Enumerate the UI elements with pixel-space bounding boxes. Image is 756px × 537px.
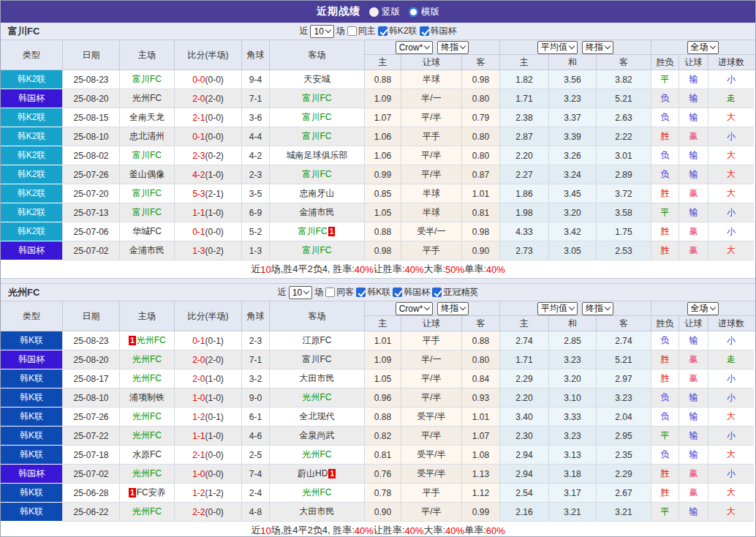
corner-score: 3-5 bbox=[242, 184, 270, 203]
sub-header-handicap: 让球 bbox=[401, 55, 462, 70]
result-handicap: 赢 bbox=[679, 241, 708, 260]
result-handicap: 输 bbox=[679, 89, 708, 108]
checkbox-unchecked-icon[interactable] bbox=[347, 26, 357, 36]
final-odds-select-2[interactable]: 终指 bbox=[582, 302, 613, 315]
match-date: 25-06-22 bbox=[63, 503, 120, 522]
table-row: 韩K联 25-08-10 浦项制铁 1-0(1-0) 9-0 光州FC 0.96… bbox=[1, 388, 755, 408]
match-count-select[interactable]: 10 bbox=[289, 286, 312, 299]
checkbox-checked-icon[interactable] bbox=[378, 26, 388, 36]
avg-away: 3.21 bbox=[597, 503, 651, 522]
avg-draw: 3.23 bbox=[549, 427, 597, 446]
home-team: 水原FC bbox=[120, 446, 175, 465]
avg-away: 5.21 bbox=[597, 89, 651, 108]
same-venue-checkbox[interactable]: 同主 bbox=[347, 25, 376, 37]
away-team: 光州FC bbox=[270, 388, 365, 408]
result-goals: 小 bbox=[708, 465, 754, 484]
final-odds-select[interactable]: 终指 bbox=[437, 302, 469, 315]
odds-handicap: 半/一 bbox=[401, 350, 462, 369]
table-row: 韩K联 25-08-23 1光州FC 0-1(0-1) 2-3 江原FC 1.0… bbox=[1, 331, 755, 350]
match-date: 25-08-02 bbox=[63, 146, 120, 165]
sub-header-away: 客 bbox=[462, 316, 500, 331]
checkbox-checked-icon[interactable] bbox=[393, 288, 402, 297]
match-date: 25-07-20 bbox=[63, 184, 120, 203]
avg-draw: 3.26 bbox=[549, 146, 597, 165]
corner-score: 7-1 bbox=[242, 89, 270, 108]
result-goals: 大 bbox=[708, 184, 754, 203]
checkbox-checked-icon[interactable] bbox=[420, 26, 429, 36]
final-odds-select[interactable]: 终指 bbox=[437, 41, 469, 54]
avg-draw: 3.45 bbox=[549, 184, 597, 203]
same-venue-checkbox[interactable]: 同客 bbox=[325, 286, 354, 298]
result-handicap: 赢 bbox=[679, 127, 708, 146]
result-handicap: 赢 bbox=[679, 484, 708, 503]
avg-away: 1.75 bbox=[597, 222, 651, 241]
sub-header-home: 主 bbox=[365, 316, 401, 331]
odds-away: 1.12 bbox=[462, 484, 500, 503]
checkbox-checked-icon[interactable] bbox=[356, 288, 366, 297]
result-goals: 大 bbox=[708, 446, 754, 465]
corner-score: 2-3 bbox=[242, 165, 270, 184]
odds-away: 0.79 bbox=[462, 108, 500, 127]
corner-score: 2-4 bbox=[242, 484, 270, 503]
odds-handicap: 受平/半 bbox=[401, 408, 462, 427]
col-header-score: 比分(半场) bbox=[175, 40, 242, 70]
table-row: 韩K2联 25-07-13 富川FC 1-1(1-0) 6-9 金浦市民 1.0… bbox=[1, 203, 755, 222]
result-goals: 大 bbox=[708, 503, 754, 522]
layout-radio-horizontal[interactable]: 横版 bbox=[409, 6, 439, 18]
league-checkbox[interactable]: 韩K2联 bbox=[378, 25, 417, 37]
result-goals: 走 bbox=[708, 89, 754, 108]
avg-home: 2.30 bbox=[500, 427, 549, 446]
corner-score: 7-4 bbox=[242, 465, 270, 484]
league-checkbox[interactable]: 韩国杯 bbox=[393, 286, 430, 298]
sub-header-draw: 和 bbox=[549, 316, 597, 331]
result-goals: 小 bbox=[708, 127, 754, 146]
filter-bar: 近 10 场 同客 韩K联 韩国杯 亚冠精英 bbox=[1, 286, 755, 299]
checkbox-unchecked-icon[interactable] bbox=[325, 288, 335, 297]
fulltime-select[interactable]: 全场 bbox=[687, 41, 719, 54]
layout-radio-vertical[interactable]: 竖版 bbox=[369, 6, 400, 18]
match-type: 韩K联 bbox=[1, 408, 63, 427]
avg-draw: 3.39 bbox=[549, 127, 597, 146]
radio-unchecked-icon[interactable] bbox=[369, 7, 379, 17]
avg-home: 1.71 bbox=[500, 350, 549, 369]
league-checkbox[interactable]: 韩国杯 bbox=[420, 25, 457, 37]
table-row: 韩K2联 25-08-10 忠北清州 0-1(0-0) 4-4 富川FC 1.0… bbox=[1, 127, 755, 146]
result-wdl: 平 bbox=[651, 203, 679, 222]
table-row: 韩K2联 25-07-20 富川FC 5-3(2-1) 3-5 忠南牙山 0.8… bbox=[1, 184, 755, 203]
result-handicap: 赢 bbox=[679, 350, 708, 369]
fulltime-dropdown-group: 全场 bbox=[651, 40, 754, 55]
league-checkbox[interactable]: 亚冠精英 bbox=[432, 286, 478, 298]
checkbox-checked-icon[interactable] bbox=[432, 288, 442, 297]
average-select[interactable]: 平均值 bbox=[537, 302, 578, 315]
away-team: 大田市民 bbox=[270, 503, 365, 522]
bookmaker-select[interactable]: Crow* bbox=[396, 41, 434, 54]
radio-checked-icon[interactable] bbox=[409, 7, 418, 17]
odds-away: 1.01 bbox=[462, 184, 500, 203]
odds-handicap: 平/半 bbox=[401, 146, 462, 165]
odds-home: 0.88 bbox=[365, 70, 401, 89]
final-odds-select-2[interactable]: 终指 bbox=[582, 41, 613, 54]
fulltime-select[interactable]: 全场 bbox=[687, 302, 719, 315]
score: 2-2(0-0) bbox=[175, 503, 242, 522]
avg-home: 2.27 bbox=[500, 165, 549, 184]
odds-home: 0.88 bbox=[365, 408, 401, 427]
bookmaker-select[interactable]: Crow* bbox=[396, 302, 434, 315]
result-wdl: 胜 bbox=[651, 350, 679, 369]
home-team: 1光州FC bbox=[120, 331, 175, 350]
odds-home: 0.90 bbox=[365, 503, 401, 522]
match-date: 25-07-02 bbox=[63, 241, 120, 260]
avg-home: 2.20 bbox=[500, 146, 549, 165]
average-select[interactable]: 平均值 bbox=[537, 41, 578, 54]
red-card-badge: 1 bbox=[328, 469, 336, 478]
avg-away: 2.22 bbox=[597, 127, 651, 146]
odds-home: 0.78 bbox=[365, 484, 401, 503]
match-type: 韩K2联 bbox=[1, 184, 63, 203]
match-type: 韩国杯 bbox=[1, 465, 63, 484]
result-goals: 小 bbox=[708, 222, 754, 241]
league-checkbox[interactable]: 韩K联 bbox=[356, 286, 390, 298]
home-team: 1FC安养 bbox=[120, 484, 175, 503]
table-row: 韩国杯 25-08-20 光州FC 2-0(2-0) 7-1 富川FC 1.09… bbox=[1, 89, 755, 108]
match-count-select[interactable]: 10 bbox=[310, 25, 333, 38]
result-wdl: 胜 bbox=[651, 465, 679, 484]
odds-away: 1.07 bbox=[462, 427, 500, 446]
